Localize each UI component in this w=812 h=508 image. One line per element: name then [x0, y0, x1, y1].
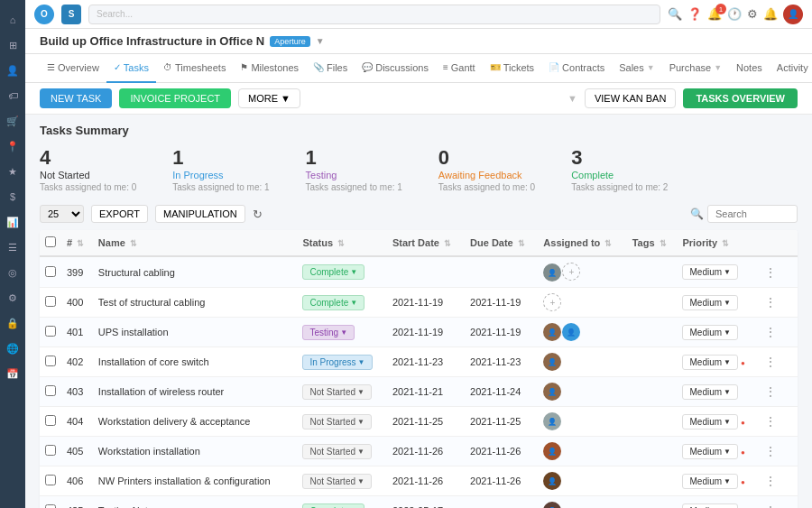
row-checkbox[interactable] [45, 296, 56, 307]
row-status[interactable]: Not Started ▼ [297, 377, 387, 407]
sidebar-icon-settings[interactable]: ⚙ [3, 288, 23, 308]
tab-tasks[interactable]: ✓ Tasks [106, 54, 156, 83]
project-badge[interactable]: Aperture [270, 36, 310, 47]
tasks-overview-button[interactable]: TASKS OVERVIEW [683, 88, 798, 108]
row-status[interactable]: Complete ▼ [297, 496, 387, 509]
tab-sales[interactable]: Sales ▼ [612, 54, 661, 83]
priority-badge[interactable]: Medium ▼ [682, 355, 738, 370]
invoice-project-button[interactable]: INVOICE PROJECT [119, 88, 231, 108]
per-page-select[interactable]: 25 50 100 [40, 205, 84, 223]
status-badge[interactable]: In Progress ▼ [302, 355, 372, 370]
export-button[interactable]: EXPORT [91, 205, 148, 223]
tab-milestones[interactable]: ⚑ Milestones [233, 54, 306, 83]
sidebar-icon-calendar[interactable]: 📅 [3, 364, 23, 383]
user-avatar[interactable]: 👤 [783, 5, 803, 24]
search-icon[interactable]: 🔍 [668, 7, 682, 21]
sidebar-icon-star[interactable]: ★ [3, 162, 23, 181]
row-status[interactable]: In Progress ▼ [297, 347, 387, 377]
notification-icon[interactable]: 🔔 1 [707, 7, 722, 21]
header-assigned-to[interactable]: Assigned to ⇅ [538, 230, 626, 256]
tab-notes[interactable]: Notes [729, 54, 770, 83]
status-badge[interactable]: Complete ▼ [302, 264, 364, 280]
row-menu-icon[interactable]: ⋮ [764, 325, 777, 339]
status-badge[interactable]: Not Started ▼ [302, 444, 372, 459]
row-menu-icon[interactable]: ⋮ [764, 503, 777, 508]
row-status[interactable]: Not Started ▼ [297, 407, 387, 437]
row-name[interactable]: Test of structural cabling [93, 288, 298, 318]
row-status[interactable]: Not Started ▼ [297, 437, 387, 466]
row-checkbox[interactable] [45, 385, 56, 396]
row-priority[interactable]: Medium ▼ ● [677, 407, 759, 437]
row-menu[interactable]: ⋮ [759, 407, 785, 437]
row-checkbox[interactable] [45, 415, 56, 426]
sidebar-icon-chart[interactable]: 📊 [3, 212, 23, 232]
row-priority[interactable]: Medium ▼ ● [677, 466, 759, 496]
row-priority[interactable]: Medium ▼ ● [677, 347, 759, 377]
header-status[interactable]: Status ⇅ [297, 230, 387, 256]
tab-tickets[interactable]: 🎫 Tickets [483, 54, 541, 83]
tab-files[interactable]: 📎 Files [306, 54, 355, 83]
priority-badge[interactable]: Medium ▼ [682, 384, 738, 400]
status-badge[interactable]: Not Started ▼ [302, 414, 372, 429]
tab-gantt[interactable]: ≡ Gantt [436, 54, 483, 83]
tab-purchase[interactable]: Purchase ▼ [662, 54, 729, 83]
row-checkbox[interactable] [45, 266, 56, 277]
row-menu-icon[interactable]: ⋮ [764, 474, 777, 488]
help-icon[interactable]: ❓ [687, 7, 702, 21]
row-menu-icon[interactable]: ⋮ [764, 414, 777, 429]
global-search[interactable]: Search... [88, 5, 660, 24]
priority-badge[interactable]: Medium ▼ [682, 264, 738, 280]
row-status[interactable]: Testing ▼ [297, 318, 387, 347]
header-priority[interactable]: Priority ⇅ [677, 230, 759, 256]
status-badge[interactable]: Not Started ▼ [302, 474, 372, 489]
priority-badge[interactable]: Medium ▼ [682, 325, 738, 340]
table-search-input[interactable] [707, 205, 798, 223]
row-checkbox[interactable] [45, 445, 56, 456]
manipulation-button[interactable]: MANIPULATION [155, 205, 245, 223]
row-menu-icon[interactable]: ⋮ [764, 355, 777, 369]
tab-overview[interactable]: ☰ Overview [40, 54, 106, 83]
sidebar-icon-lock[interactable]: 🔒 [3, 313, 23, 333]
select-all-checkbox[interactable] [45, 236, 56, 247]
row-priority[interactable]: Medium ▼ [677, 318, 759, 347]
status-badge[interactable]: Testing ▼ [302, 325, 355, 340]
row-menu[interactable]: ⋮ [759, 256, 785, 288]
row-name[interactable]: Installation of core switch [93, 347, 298, 377]
tab-timesheets[interactable]: ⏱ Timesheets [156, 54, 233, 83]
row-menu[interactable]: ⋮ [759, 437, 785, 466]
row-name[interactable]: Structural cabling [93, 256, 298, 288]
row-menu[interactable]: ⋮ [759, 377, 785, 407]
row-menu[interactable]: ⋮ [759, 347, 785, 377]
row-menu-icon[interactable]: ⋮ [764, 265, 777, 280]
row-menu-icon[interactable]: ⋮ [764, 444, 777, 458]
row-name[interactable]: Testing Note [93, 496, 298, 509]
row-priority[interactable]: Medium ▼ [677, 288, 759, 318]
row-menu[interactable]: ⋮ [759, 496, 785, 509]
row-name[interactable]: Workstation delivery & acceptance [93, 407, 298, 437]
row-menu[interactable]: ⋮ [759, 466, 785, 496]
priority-badge[interactable]: Medium ▼ [682, 414, 738, 429]
priority-badge[interactable]: Medium ▼ [682, 503, 738, 509]
sidebar-icon-home[interactable]: ⌂ [3, 10, 23, 30]
row-menu[interactable]: ⋮ [759, 288, 785, 318]
sidebar-icon-dollar[interactable]: $ [3, 187, 23, 207]
row-priority[interactable]: Medium ▼ [677, 377, 759, 407]
row-checkbox[interactable] [45, 356, 56, 366]
header-start-date[interactable]: Start Date ⇅ [387, 230, 465, 256]
row-priority[interactable]: Medium ▼ ● [677, 437, 759, 466]
sidebar-icon-user[interactable]: 👤 [3, 60, 23, 80]
filter-icon[interactable]: ▼ [567, 93, 577, 104]
header-id[interactable]: # ⇅ [61, 230, 93, 256]
status-badge[interactable]: Not Started ▼ [302, 384, 372, 400]
row-status[interactable]: Complete ▼ [297, 288, 387, 318]
header-due-date[interactable]: Due Date ⇅ [465, 230, 538, 256]
row-name[interactable]: Installation of wireless router [93, 377, 298, 407]
header-name[interactable]: Name ⇅ [93, 230, 298, 256]
more-button[interactable]: MORE ▼ [238, 88, 300, 108]
priority-badge[interactable]: Medium ▼ [682, 295, 738, 310]
sidebar-icon-tag[interactable]: 🏷 [3, 86, 23, 106]
refresh-icon[interactable]: ↻ [253, 208, 263, 221]
status-badge[interactable]: Complete ▼ [302, 295, 364, 310]
view-kanban-button[interactable]: VIEW KAN BAN [585, 88, 676, 108]
new-task-button[interactable]: NEW TASK [40, 88, 112, 108]
